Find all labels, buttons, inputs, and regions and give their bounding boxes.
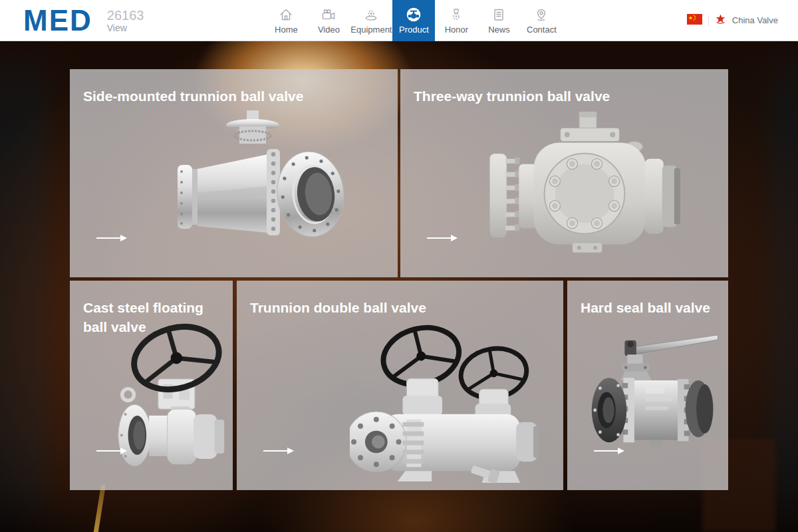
news-document-icon — [491, 7, 507, 23]
card-title: Side-mounted trunnion ball valve — [83, 86, 386, 106]
card-title: Hard seal ball valve — [581, 298, 716, 317]
nav-label: Contact — [527, 25, 557, 35]
card-title: Three-way trunnion ball valve — [414, 86, 716, 106]
main-content: Side-mounted trunnion ball valve — [0, 41, 798, 532]
nav-item-contact[interactable]: Contact — [520, 0, 563, 41]
view-counter: 26163 View — [107, 8, 144, 33]
site-logo[interactable]: MED — [23, 2, 92, 39]
nav-item-video[interactable]: Video — [307, 0, 350, 41]
card-arrow-icon[interactable] — [95, 233, 128, 243]
red-star-logo-icon — [715, 13, 726, 27]
nav-label: Product — [399, 25, 429, 35]
nav-item-home[interactable]: Home — [265, 0, 307, 41]
nav-label: Home — [275, 25, 298, 35]
nav-label: Equipment — [350, 25, 392, 35]
product-card-hard-seal[interactable]: Hard seal ball valve — [567, 281, 728, 490]
card-title: Trunnion double ball valve — [250, 298, 551, 317]
nav-item-news[interactable]: News — [477, 0, 520, 41]
honor-medal-icon — [448, 7, 464, 23]
nav-label: Honor — [445, 25, 468, 35]
nav-item-honor[interactable]: Honor — [435, 0, 477, 41]
card-arrow-icon[interactable] — [95, 446, 128, 456]
nav-item-product[interactable]: Product — [392, 0, 435, 41]
video-camera-icon — [321, 7, 336, 23]
equipment-icon — [363, 7, 379, 23]
card-arrow-icon[interactable] — [426, 233, 459, 243]
nav-label: News — [488, 25, 510, 35]
locale-area: China Valve — [687, 13, 778, 27]
product-card-side-mounted-trunnion[interactable]: Side-mounted trunnion ball valve — [70, 69, 398, 277]
contact-pin-icon — [533, 7, 549, 23]
product-card-trunnion-double[interactable]: Trunnion double ball valve — [237, 281, 563, 490]
logo-area: MED 26163 View — [23, 2, 144, 39]
china-valve-link[interactable]: China Valve — [732, 15, 778, 25]
china-flag-icon — [687, 14, 702, 27]
side-mounted-trunnion-ball-valve-photo — [170, 108, 346, 264]
view-count-label: View — [107, 23, 144, 33]
trunnion-double-ball-valve-photo — [350, 315, 541, 483]
product-card-cast-steel-floating[interactable]: Cast steel floating ball valve — [70, 281, 233, 490]
three-way-trunnion-ball-valve-photo — [485, 108, 686, 269]
product-card-three-way-trunnion[interactable]: Three-way trunnion ball valve — [400, 69, 728, 277]
cast-steel-floating-ball-valve-photo — [111, 317, 232, 471]
divider — [708, 15, 709, 26]
nav-label: Video — [318, 25, 340, 35]
hard-seal-ball-valve-photo — [587, 325, 723, 461]
main-navigation: Home Video Equipment — [265, 0, 563, 41]
card-arrow-icon[interactable] — [262, 446, 295, 456]
product-valve-icon — [406, 7, 422, 23]
nav-item-equipment[interactable]: Equipment — [350, 0, 392, 41]
top-header: MED 26163 View Home Video — [0, 0, 798, 41]
card-arrow-icon[interactable] — [593, 446, 626, 456]
view-count-number: 26163 — [107, 8, 144, 23]
home-icon — [278, 7, 294, 23]
